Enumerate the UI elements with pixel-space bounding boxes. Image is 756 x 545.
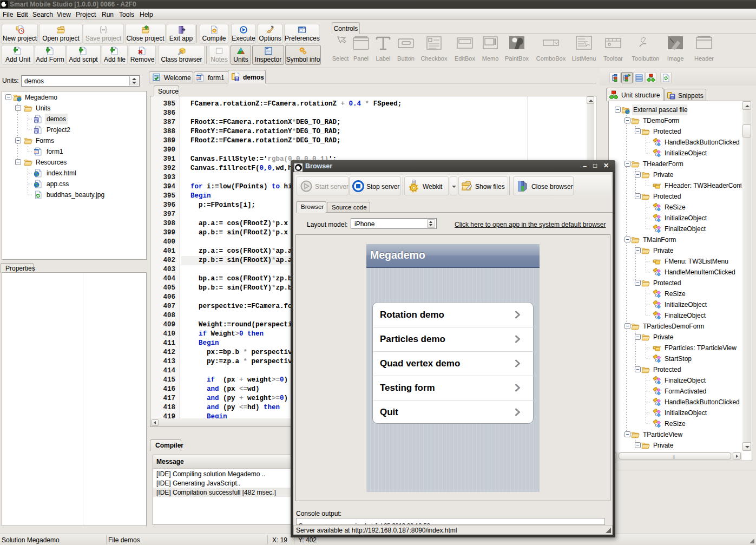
svg-text:Label: Label [376, 55, 391, 62]
svg-text:Image: Image [667, 55, 684, 62]
svg-text:Memo: Memo [482, 55, 499, 62]
svg-text:Button: Button [397, 55, 415, 62]
svg-text:PaintBox: PaintBox [505, 55, 529, 62]
svg-text:EditBox: EditBox [455, 55, 475, 62]
svg-text:Panel: Panel [353, 55, 369, 62]
svg-text:Select: Select [332, 55, 349, 62]
svg-text:Checkbox: Checkbox [421, 55, 448, 62]
svg-text:ListMenu: ListMenu [572, 55, 596, 62]
svg-text:Header: Header [694, 55, 714, 62]
svg-text:Toolbutton: Toolbutton [632, 55, 660, 62]
svg-text:ComboBox: ComboBox [536, 55, 566, 62]
svg-text:Toolbar: Toolbar [603, 55, 623, 62]
